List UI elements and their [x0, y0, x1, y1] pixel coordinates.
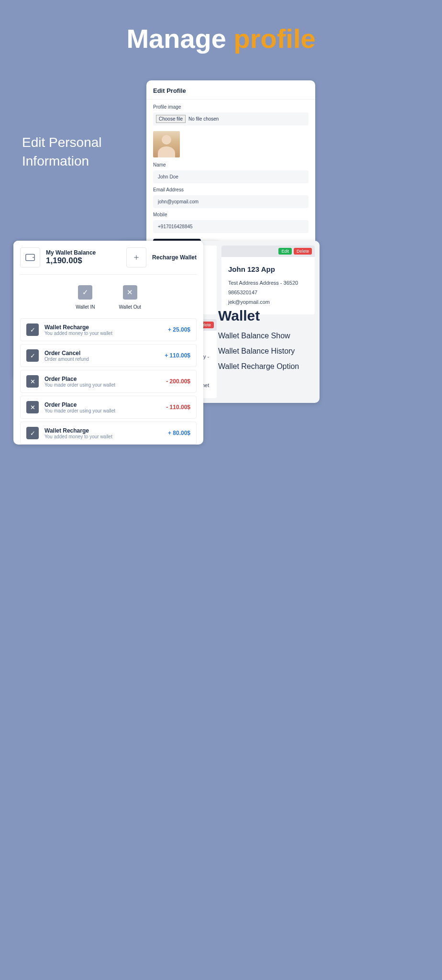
email-field[interactable] [153, 195, 309, 208]
plus-icon [126, 247, 146, 267]
transaction-sub: You added money to your wallet [44, 331, 162, 336]
wallet-tabs: ✓ Wallet IN ✕ Wallet Out [20, 275, 197, 318]
transaction-title: Order Cancel [44, 350, 159, 356]
wallet-side-item: Wallet Balance Show [218, 332, 299, 340]
recharge-wallet-label: Recharge Wallet [152, 254, 197, 261]
address-email: jek@yopmail.com [228, 298, 308, 307]
page-title: Manage profile [0, 0, 442, 54]
transaction-sub: You made order using your wallet [44, 382, 160, 388]
wallet-side-item: Wallet Balance History [218, 347, 299, 356]
edit-profile-heading: Edit Profile [153, 87, 309, 99]
no-file-text: No file chosen [188, 116, 219, 122]
transaction-title: Order Place [44, 401, 160, 408]
transaction-amount: + 80.00$ [168, 430, 190, 436]
address-line: Test Address Address - 36520 [228, 278, 308, 288]
address-body: John 123 App Test Address Address - 3652… [221, 257, 315, 314]
transaction-title: Wallet Recharge [44, 427, 162, 434]
wallet-out-label: Wallet Out [119, 304, 141, 310]
wallet-top-row: My Wallet Balance 1,190.00$ Recharge Wal… [20, 247, 197, 275]
email-label: Email Address [153, 187, 309, 192]
profile-image-label: Profile image [153, 104, 309, 110]
wallet-in-label: Wallet IN [76, 304, 95, 310]
wallet-balance-value: 1,190.00$ [46, 256, 96, 266]
edit-profile-card: Edit Profile Profile image Choose file N… [146, 80, 315, 262]
address-name: John 123 App [228, 263, 308, 276]
mobile-label: Mobile [153, 212, 309, 217]
transaction-row: ✓ Wallet Recharge You added money to you… [20, 422, 197, 445]
check-icon: ✓ [26, 349, 39, 362]
transaction-title: Wallet Recharge [44, 324, 162, 331]
transaction-row: ✓ Wallet Recharge You added money to you… [20, 318, 197, 341]
title-white: Manage [126, 23, 233, 54]
check-icon: ✓ [78, 285, 92, 300]
x-icon: ✕ [123, 285, 137, 300]
wallet-section-label: Wallet Wallet Balance Show Wallet Balanc… [218, 308, 299, 378]
transaction-title: Order Place [44, 376, 160, 382]
recharge-wallet-button[interactable]: Recharge Wallet [126, 247, 197, 267]
transaction-amount: - 200.00$ [166, 378, 190, 385]
name-field[interactable] [153, 170, 309, 183]
address-tile: Edit Delete John 123 App Test Address Ad… [221, 245, 315, 314]
title-orange: profile [233, 23, 315, 54]
wallet-out-tab[interactable]: ✕ Wallet Out [119, 285, 141, 310]
divider [146, 99, 315, 100]
check-icon: ✓ [26, 323, 39, 336]
avatar [153, 131, 180, 157]
address-phone: 9865320147 [228, 288, 308, 298]
wallet-card: My Wallet Balance 1,190.00$ Recharge Wal… [13, 241, 203, 445]
transaction-sub: Order amount refund [44, 356, 159, 362]
name-label: Name [153, 162, 309, 167]
transaction-amount: + 25.00$ [168, 326, 190, 333]
x-icon: ✕ [26, 401, 39, 413]
delete-button[interactable]: Delete [294, 248, 312, 255]
wallet-balance-label: My Wallet Balance [46, 249, 96, 256]
address-action-bar: Edit Delete [221, 245, 315, 257]
transaction-sub: You made order using your wallet [44, 408, 160, 413]
wallet-side-item: Wallet Recharge Option [218, 362, 299, 371]
wallet-transaction-list: ✓ Wallet Recharge You added money to you… [20, 318, 197, 445]
choose-file-button[interactable]: Choose file [156, 115, 186, 123]
transaction-amount: - 110.00$ [166, 404, 190, 411]
label-line-1: Edit Personal [22, 133, 127, 152]
edit-profile-section-label: Edit Personal Information [22, 133, 127, 170]
transaction-row: ✕ Order Place You made order using your … [20, 370, 197, 393]
transaction-amount: + 110.00$ [165, 352, 190, 359]
transaction-row: ✓ Order Cancel Order amount refund + 110… [20, 344, 197, 367]
wallet-in-tab[interactable]: ✓ Wallet IN [76, 285, 95, 310]
x-icon: ✕ [26, 375, 39, 388]
transaction-sub: You added money to your wallet [44, 434, 162, 439]
mobile-field[interactable] [153, 220, 309, 233]
label-line-2: Information [22, 152, 127, 170]
check-icon: ✓ [26, 427, 39, 439]
edit-button[interactable]: Edit [278, 248, 292, 255]
wallet-icon [20, 247, 40, 267]
transaction-row: ✕ Order Place You made order using your … [20, 396, 197, 419]
wallet-side-title: Wallet [218, 308, 299, 324]
file-input-wrapper[interactable]: Choose file No file chosen [153, 112, 309, 125]
